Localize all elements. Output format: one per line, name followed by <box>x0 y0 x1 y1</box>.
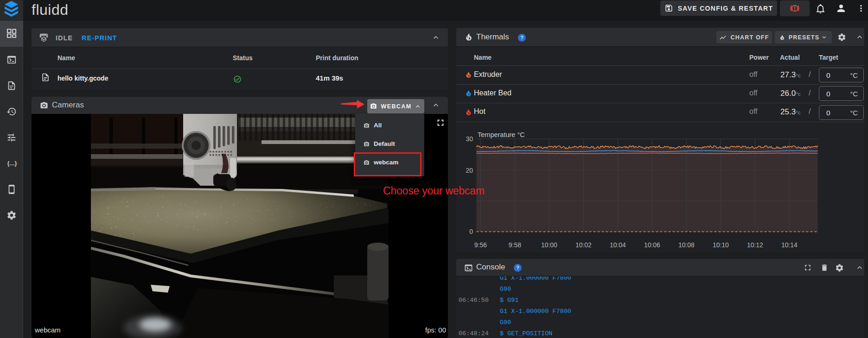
svg-text:?: ? <box>520 35 523 40</box>
svg-text:10:00: 10:00 <box>541 241 557 249</box>
svg-text:10:12: 10:12 <box>747 241 763 249</box>
svg-text:9:58: 9:58 <box>509 241 521 249</box>
svg-text:?: ? <box>516 265 519 270</box>
svg-text:10:08: 10:08 <box>678 241 695 249</box>
svg-text:9:56: 9:56 <box>474 241 487 249</box>
svg-text:10:10: 10:10 <box>713 241 729 249</box>
svg-text:20: 20 <box>466 167 473 174</box>
svg-text:10:06: 10:06 <box>644 241 660 249</box>
svg-text:0: 0 <box>469 228 473 235</box>
svg-text:10:14: 10:14 <box>781 241 798 249</box>
svg-text:10:02: 10:02 <box>575 241 592 249</box>
svg-text:30: 30 <box>466 135 473 143</box>
svg-text:Temperature °C: Temperature °C <box>478 131 525 138</box>
svg-text:10:04: 10:04 <box>610 241 626 249</box>
